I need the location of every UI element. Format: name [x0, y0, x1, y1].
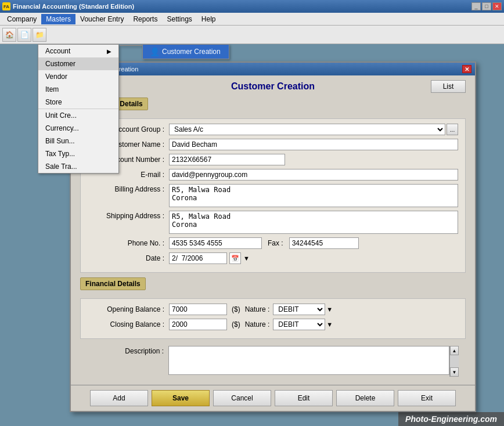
account-arrow: ▶: [107, 48, 111, 55]
watermark: Photo-Engineering.com: [398, 412, 504, 426]
opening-balance-currency: ($): [232, 305, 240, 313]
toolbar: 🏠 📄 📁: [0, 26, 504, 44]
menu-masters[interactable]: Masters: [41, 14, 75, 24]
shipping-address-input[interactable]: R5, Malwa Road Corona: [169, 211, 458, 234]
billing-address-input[interactable]: R5, Malwa Road Corona: [169, 184, 458, 207]
closing-balance-row: Closing Balance : ($) Nature : DEBIT CRE…: [88, 319, 458, 330]
description-label: Description :: [87, 346, 168, 355]
date-input[interactable]: [169, 252, 227, 264]
dropdown-customer[interactable]: Customer: [38, 57, 118, 70]
masters-dropdown: Account ▶ Customer Vendor Item Store: [38, 44, 119, 174]
customer-details-section: Account Group : Sales A/c ... Customer N…: [80, 118, 466, 273]
closing-nature-dropdown-arrow[interactable]: ▼: [326, 321, 333, 328]
menu-reports[interactable]: Reports: [128, 14, 162, 24]
customer-submenu: 👤 Customer Creation: [142, 44, 229, 59]
customer-name-input[interactable]: [169, 139, 458, 150]
toolbar-btn-3[interactable]: 📁: [33, 28, 46, 42]
modal-heading: Customer Creation: [80, 81, 466, 92]
maximize-button[interactable]: □: [482, 2, 491, 10]
dropdown-account[interactable]: Account ▶: [38, 45, 118, 57]
delete-button[interactable]: Delete: [336, 390, 394, 406]
financial-details-section: Opening Balance : ($) Nature : DEBIT CRE…: [80, 298, 466, 339]
menu-voucher-entry[interactable]: Voucher Entry: [75, 14, 128, 24]
closing-balance-input[interactable]: [169, 319, 227, 330]
phone-input[interactable]: [169, 237, 262, 249]
menu-help[interactable]: Help: [197, 14, 221, 24]
edit-button[interactable]: Edit: [275, 390, 333, 406]
opening-nature-dropdown-arrow[interactable]: ▼: [326, 306, 333, 313]
menu-settings[interactable]: Settings: [162, 14, 196, 24]
date-dropdown-arrow[interactable]: ▼: [243, 255, 250, 262]
app-title: Financial Accounting (Standard Edition): [13, 3, 134, 10]
shipping-address-row: Shipping Address : R5, Malwa Road Corona: [88, 211, 458, 234]
opening-nature-select[interactable]: DEBIT CREDIT: [273, 304, 325, 315]
date-label: Date :: [88, 254, 169, 262]
bottom-bar: Add Save Cancel Edit Delete Exit: [71, 385, 475, 411]
opening-balance-label: Opening Balance :: [88, 305, 169, 313]
close-button[interactable]: ✕: [492, 2, 502, 10]
account-group-ellipsis-button[interactable]: ...: [447, 124, 458, 135]
scrollbar-down-button[interactable]: ▼: [450, 367, 459, 377]
phone-fax-row: Phone No. : Fax :: [88, 237, 458, 249]
description-section: Description : ▲ ▼: [80, 344, 466, 379]
description-input[interactable]: [168, 346, 449, 375]
title-bar: FA Financial Accounting (Standard Editio…: [0, 0, 504, 13]
account-number-input[interactable]: [169, 154, 285, 165]
modal-close-button[interactable]: ✕: [462, 65, 471, 73]
cancel-button[interactable]: Cancel: [213, 390, 271, 406]
modal-title-bar: 👤 Customer Creation ✕: [71, 63, 475, 75]
dropdown-store[interactable]: Store: [38, 96, 118, 109]
dropdown-sale-transaction[interactable]: Sale Tra...: [38, 160, 118, 173]
dropdown-bill-sundry[interactable]: Bill Sun...: [38, 135, 118, 147]
toolbar-btn-1[interactable]: 🏠: [2, 28, 16, 42]
customer-creation-icon: 👤: [150, 47, 160, 56]
fax-label: Fax :: [268, 239, 283, 247]
dropdown-tax-type[interactable]: Tax Typ...: [38, 147, 118, 160]
dropdown-vendor[interactable]: Vendor: [38, 70, 118, 83]
billing-address-label: Billing Address :: [88, 184, 169, 193]
billing-address-row: Billing Address : R5, Malwa Road Corona: [88, 184, 458, 207]
shipping-address-label: Shipping Address :: [88, 211, 169, 220]
customer-name-row: Customer Name :: [88, 139, 458, 150]
email-input[interactable]: [169, 169, 458, 180]
add-button[interactable]: Add: [90, 390, 148, 406]
app-icon: FA: [2, 2, 10, 10]
submenu-customer-creation[interactable]: 👤 Customer Creation: [143, 45, 229, 59]
customer-creation-modal: 👤 Customer Creation ✕ Customer Creation …: [70, 62, 476, 412]
modal-body: Customer Creation List Customer Details …: [71, 75, 475, 385]
content-area: Account ▶ Customer Vendor Item Store: [0, 44, 504, 426]
opening-balance-row: Opening Balance : ($) Nature : DEBIT CRE…: [88, 304, 458, 315]
financial-details-header: Financial Details: [80, 277, 146, 290]
menu-bar: Company Masters Voucher Entry Reports Se…: [0, 13, 504, 26]
list-button[interactable]: List: [431, 80, 466, 93]
email-row: E-mail :: [88, 169, 458, 180]
account-group-row: Account Group : Sales A/c ...: [88, 124, 458, 135]
description-scrollbar[interactable]: ▲ ▼: [449, 346, 459, 377]
closing-balance-currency: ($): [232, 320, 240, 328]
dropdown-item[interactable]: Item: [38, 83, 118, 96]
save-button[interactable]: Save: [152, 390, 210, 406]
closing-nature-label: Nature :: [245, 320, 270, 328]
calendar-button[interactable]: 📅: [229, 252, 241, 264]
scrollbar-up-button[interactable]: ▲: [450, 346, 459, 355]
toolbar-btn-2[interactable]: 📄: [17, 28, 31, 42]
minimize-button[interactable]: _: [471, 2, 481, 10]
closing-balance-label: Closing Balance :: [88, 320, 169, 328]
account-group-select[interactable]: Sales A/c: [169, 124, 445, 135]
phone-label: Phone No. :: [88, 239, 169, 247]
date-row: Date : 📅 ▼: [88, 252, 458, 264]
opening-nature-label: Nature :: [245, 305, 270, 313]
menu-company[interactable]: Company: [2, 14, 41, 24]
dropdown-currency[interactable]: Currency...: [38, 122, 118, 135]
account-number-row: Account Number :: [88, 154, 458, 165]
dropdown-unit-creation[interactable]: Unit Cre...: [38, 109, 118, 122]
opening-balance-input[interactable]: [169, 304, 227, 315]
exit-button[interactable]: Exit: [398, 390, 456, 406]
closing-nature-select[interactable]: DEBIT CREDIT: [273, 319, 325, 330]
fax-input[interactable]: [289, 237, 359, 249]
